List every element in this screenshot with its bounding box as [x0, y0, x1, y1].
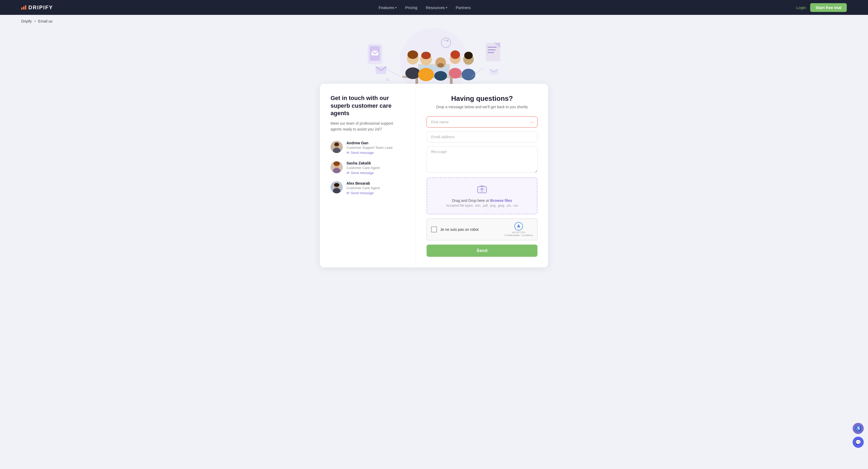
agent-info-1: Andrew Gan Customer Support Team Lead ✉ …: [346, 141, 392, 155]
file-dropzone[interactable]: Drag and Drop here or Browse files Accep…: [427, 178, 537, 214]
agent-avatar-3: [331, 181, 343, 193]
svg-point-47: [333, 188, 340, 193]
agent-card-1: Andrew Gan Customer Support Team Lead ✉ …: [331, 141, 405, 155]
svg-point-33: [441, 38, 451, 48]
recaptcha-checkbox[interactable]: [431, 226, 437, 232]
agent-role-3: Customer Care Agent: [346, 186, 380, 190]
svg-marker-32: [494, 43, 500, 48]
chat-button[interactable]: 💬: [852, 437, 864, 448]
logo-link[interactable]: DRIPIFY: [21, 4, 53, 10]
upload-icon: [432, 184, 532, 196]
form-subtitle: Drop a message below and we'll get back …: [427, 105, 537, 109]
agent-info-3: Alex Besarab Customer Care Agent ✉ Send …: [346, 181, 380, 195]
agent-name-2: Sasha Zakalik: [346, 161, 380, 165]
first-name-input[interactable]: [427, 117, 537, 128]
agent-name-3: Alex Besarab: [346, 181, 380, 185]
svg-point-19: [463, 54, 474, 65]
logo-text: DRIPIFY: [28, 4, 53, 10]
message-textarea[interactable]: [427, 146, 537, 173]
breadcrumb-current: Email us: [38, 19, 53, 23]
nav-actions: Login Start free trial: [796, 3, 847, 12]
recaptcha-logo: reCAPTCHAConfidentialité - Conditions: [504, 222, 533, 237]
agent-info-2: Sasha Zakalik Customer Care Agent ✉ Send…: [346, 161, 380, 175]
left-panel-description: Meet our team of professional support ag…: [331, 120, 405, 132]
envelope-icon-1: ✉: [346, 151, 349, 155]
svg-point-9: [407, 51, 418, 59]
svg-point-11: [418, 68, 434, 81]
svg-line-25: [371, 51, 375, 54]
agent-name-1: Andrew Gan: [346, 141, 392, 145]
email-input[interactable]: [427, 131, 537, 143]
svg-rect-27: [376, 67, 386, 74]
agent-avatar-1: [331, 141, 343, 153]
svg-rect-31: [488, 52, 494, 53]
envelope-icon-2: ✉: [346, 171, 349, 175]
svg-point-8: [405, 67, 420, 79]
svg-point-10: [420, 54, 432, 65]
login-link[interactable]: Login: [796, 5, 806, 10]
start-trial-button[interactable]: Start free trial: [810, 3, 847, 12]
svg-point-18: [451, 51, 460, 59]
svg-point-14: [434, 71, 447, 81]
accepted-types-text: Accepted file types: .doc, .pdf, .png, .…: [432, 204, 532, 208]
email-field: [427, 131, 537, 143]
breadcrumb: Dripify > Email us: [0, 15, 868, 26]
agent-role-2: Customer Care Agent: [346, 166, 380, 170]
svg-rect-4: [418, 64, 450, 76]
right-panel: Having questions? Drop a message below a…: [416, 84, 548, 268]
svg-rect-22: [368, 44, 382, 64]
dropzone-text: Drag and Drop here or Browse files: [432, 198, 532, 203]
illustration: [341, 20, 527, 94]
svg-rect-29: [488, 47, 497, 48]
svg-rect-30: [488, 49, 496, 51]
svg-point-44: [334, 161, 340, 166]
breadcrumb-separator: >: [34, 19, 36, 23]
nav-links: Features ▾ Pricing Resources ▾ Partners: [378, 5, 471, 10]
svg-point-40: [334, 143, 339, 146]
svg-rect-23: [370, 46, 380, 61]
svg-rect-6: [414, 76, 454, 77]
nav-pricing[interactable]: Pricing: [405, 5, 417, 10]
svg-point-21: [464, 52, 473, 59]
svg-point-48: [334, 183, 339, 187]
send-message-link-1[interactable]: ✉ Send message: [346, 151, 392, 155]
breadcrumb-home[interactable]: Dripify: [21, 19, 32, 23]
nav-resources[interactable]: Resources ▾: [426, 5, 447, 10]
nav-partners[interactable]: Partners: [456, 5, 471, 10]
send-message-link-2[interactable]: ✉ Send message: [346, 171, 380, 175]
browse-files-link[interactable]: Browse files: [490, 198, 512, 203]
features-chevron-icon: ▾: [395, 6, 397, 9]
recaptcha-branding: reCAPTCHAConfidentialité - Conditions: [504, 231, 533, 237]
svg-rect-28: [486, 43, 500, 61]
form-heading: Having questions?: [427, 94, 537, 103]
svg-point-39: [333, 148, 340, 153]
svg-point-20: [462, 69, 475, 81]
svg-line-26: [375, 51, 378, 54]
logo-icon: [21, 5, 26, 9]
svg-point-7: [407, 53, 418, 64]
svg-rect-5: [420, 65, 448, 75]
accessibility-button[interactable]: ♿: [852, 423, 864, 434]
svg-point-43: [333, 168, 340, 173]
svg-rect-1: [402, 76, 466, 78]
resources-chevron-icon: ▾: [446, 6, 447, 9]
svg-point-15: [437, 63, 444, 67]
send-button[interactable]: Send: [427, 245, 537, 257]
agent-card-2: Sasha Zakalik Customer Care Agent ✉ Send…: [331, 161, 405, 175]
svg-point-12: [421, 52, 431, 59]
recaptcha-label: Je ne suis pas un robot: [440, 227, 478, 231]
page-content: Get in touch with our superb customer ca…: [0, 26, 868, 283]
svg-point-17: [449, 68, 462, 79]
accessibility-icon: ♿: [855, 426, 861, 431]
recaptcha-widget[interactable]: Je ne suis pas un robot reCAPTCHAConfide…: [427, 219, 537, 240]
navbar: DRIPIFY Features ▾ Pricing Resources ▾ P…: [0, 0, 868, 15]
agent-role-1: Customer Support Team Lead: [346, 146, 392, 150]
nav-features[interactable]: Features ▾: [378, 5, 397, 10]
agent-avatar-2: [331, 161, 343, 173]
left-panel: Get in touch with our superb customer ca…: [320, 84, 416, 268]
svg-rect-35: [490, 69, 498, 75]
svg-rect-24: [371, 51, 378, 56]
svg-marker-34: [446, 40, 448, 42]
main-card: Get in touch with our superb customer ca…: [320, 84, 548, 268]
send-message-link-3[interactable]: ✉ Send message: [346, 191, 380, 195]
